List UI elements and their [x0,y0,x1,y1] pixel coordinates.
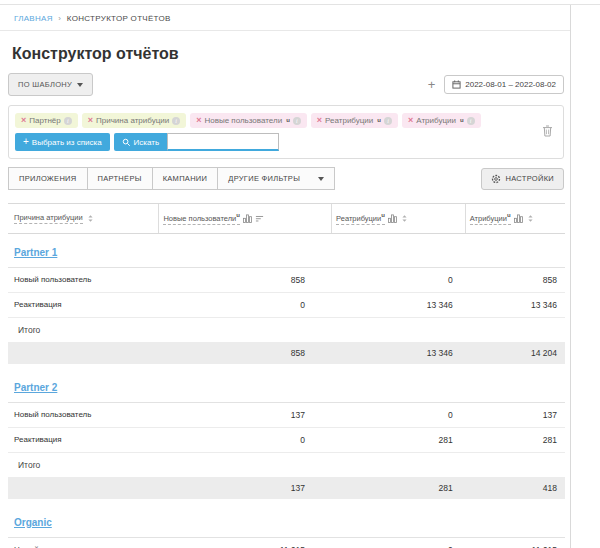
chip-unique-flag: u [286,117,290,123]
breadcrumb-home-link[interactable]: ГЛАВНАЯ [14,14,53,23]
table-row: Реактивация0281281 [8,428,565,453]
chip-label: Причина атрибуции [96,116,169,125]
close-icon[interactable]: × [317,116,322,125]
cell-value: 13 346 [465,293,565,317]
column-header-attributions[interactable]: Атрибуцииu [465,204,565,233]
info-icon[interactable]: i [172,117,180,125]
filter-tab-group: ПРИЛОЖЕНИЯПАРТНЁРЫКАМПАНИИДРУГИЕ ФИЛЬТРЫ [8,167,335,190]
filter-chip-3: ×Новые пользователиui [190,113,307,128]
group-header-row: Partner 1 [8,234,565,268]
caret-down-icon [318,177,324,181]
main-content: ГЛАВНАЯ › КОНСТРУКТОР ОТЧЁТОВ Конструкто… [0,5,571,548]
calendar-icon [452,80,461,89]
trash-icon[interactable] [542,123,553,141]
date-range-picker[interactable]: 2022-08-01 – 2022-08-02 [444,75,564,94]
tab-3[interactable]: КАМПАНИИ [152,167,219,190]
table-row: Новый пользователь8580858 [8,268,565,293]
cell-value: 11 615 [158,538,331,548]
cell-value: 13 346 [331,293,465,317]
tab-label: ПАРТНЁРЫ [98,174,142,183]
cell-value: 0 [331,538,465,548]
group-link[interactable]: Organic [14,517,52,528]
close-icon[interactable]: × [196,116,201,125]
cell-value: 858 [465,268,565,292]
column-header-reattributions[interactable]: Реатрибуцииu [331,204,465,233]
column-header-new-users[interactable]: Новые пользователиu [158,204,331,233]
info-icon[interactable]: i [64,117,72,125]
cell-value: 137 [465,403,565,427]
row-label: Реактивация [8,293,158,317]
cell-value: 281 [465,428,565,452]
filter-actions: + Выбрать из списка Искать [15,133,527,151]
total-value: 137 [158,477,331,499]
cell-value: 0 [331,268,465,292]
cell-value: 0 [331,403,465,427]
sort-descending-icon[interactable] [255,214,264,223]
caret-down-icon [77,83,83,87]
breadcrumb-separator: › [58,14,61,23]
table-header-row: Причина атрибуции Новые пользователиu [8,203,565,234]
tab-1[interactable]: ПРИЛОЖЕНИЯ [8,167,88,190]
chip-label: Партнёр [29,116,60,125]
total-value: 418 [465,477,565,499]
tab-2[interactable]: ПАРТНЁРЫ [87,167,153,190]
row-label: Реактивация [8,428,158,452]
select-from-list-button[interactable]: + Выбрать из списка [15,133,110,151]
cell-value: 281 [331,428,465,452]
search-button[interactable]: Искать [114,133,168,151]
chip-label: Атрибуции [416,116,456,125]
table-group: OrganicНовый пользователь11 615011 615Ре… [8,504,565,548]
toolbar-right: + 2022-08-01 – 2022-08-02 [428,75,564,94]
sort-icon[interactable] [526,214,535,223]
cell-value: 0 [158,428,331,452]
table-row: Новый пользователь1370137 [8,403,565,428]
add-date-range-button[interactable]: + [428,78,436,91]
info-icon[interactable]: i [467,117,475,125]
search-icon [122,138,131,147]
filter-chip-1: ×Партнёрi [15,113,78,128]
tab-label: ПРИЛОЖЕНИЯ [19,174,77,183]
table-row: Реактивация013 34613 346 [8,293,565,318]
tab-4[interactable]: ДРУГИЕ ФИЛЬТРЫ [217,167,335,190]
group-header-row: Organic [8,504,565,538]
column-header-attribution-reason[interactable]: Причина атрибуции [8,204,158,233]
group-link[interactable]: Partner 1 [14,247,57,258]
group-header-row: Partner 2 [8,369,565,403]
filter-search-input[interactable] [167,133,279,151]
filter-chips: ×Партнёрi×Причина атрибуцииi×Новые польз… [15,113,527,128]
close-icon[interactable]: × [21,116,26,125]
close-icon[interactable]: × [88,116,93,125]
total-value: 13 346 [331,342,465,364]
bar-chart-icon[interactable] [243,214,252,223]
date-range-value: 2022-08-01 – 2022-08-02 [465,80,556,89]
settings-button-label: НАСТРОЙКИ [505,174,554,183]
group-totals-row: 137281418 [8,477,565,499]
table-group: Partner 1Новый пользователь8580858Реакти… [8,234,565,364]
toolbar: ПО ШАБЛОНУ + 2022-08-01 – 2022-08-02 [8,73,564,96]
group-link[interactable]: Partner 2 [14,382,57,393]
filter-panel: ×Партнёрi×Причина атрибуцииi×Новые польз… [8,105,564,159]
group-totals-row: 85813 34614 204 [8,342,565,364]
chip-unique-flag: u [460,117,464,123]
table-row: Новый пользователь11 615011 615 [8,538,565,548]
row-label: Новый пользователь [8,403,158,427]
table-group: Partner 2Новый пользователь1370137Реакти… [8,369,565,499]
row-label: Новый пользователь [8,268,158,292]
page-title: Конструктор отчётов [12,45,570,63]
info-icon[interactable]: i [384,117,392,125]
settings-button[interactable]: НАСТРОЙКИ [481,168,564,190]
sort-icon[interactable] [86,214,95,223]
bar-chart-icon[interactable] [514,214,523,223]
filter-chip-4: ×Реатрибуцииui [311,113,398,128]
sort-icon[interactable] [400,214,409,223]
bar-chart-icon[interactable] [388,214,397,223]
total-value: 281 [331,477,465,499]
info-icon[interactable]: i [293,117,301,125]
close-icon[interactable]: × [408,116,413,125]
gear-icon [491,174,501,184]
filter-chip-2: ×Причина атрибуцииi [82,113,186,128]
template-dropdown-button[interactable]: ПО ШАБЛОНУ [8,73,93,96]
cell-value: 858 [158,268,331,292]
tabs-row: ПРИЛОЖЕНИЯПАРТНЁРЫКАМПАНИИДРУГИЕ ФИЛЬТРЫ… [8,167,564,190]
template-dropdown-label: ПО ШАБЛОНУ [18,80,72,89]
